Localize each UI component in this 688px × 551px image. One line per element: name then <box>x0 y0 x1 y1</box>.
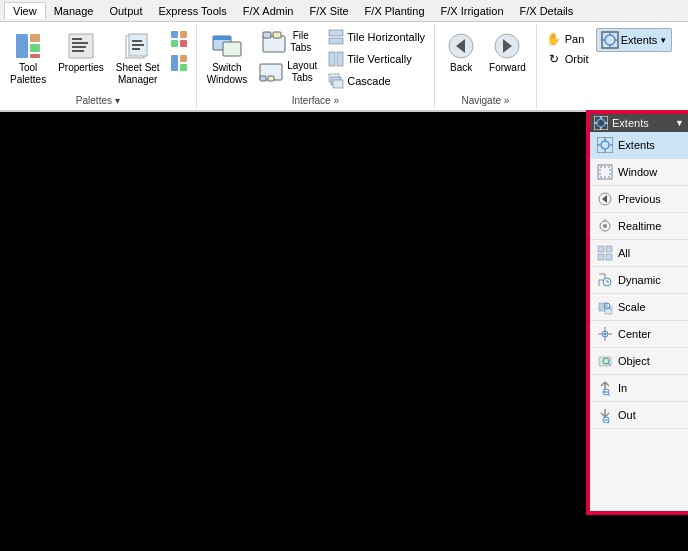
menu-fx-details[interactable]: F/X Details <box>512 3 582 19</box>
ribbon-content: ToolPalettes Properties <box>0 22 688 110</box>
right-panel-item-previous[interactable]: Previous <box>590 186 688 213</box>
window-icon <box>596 163 614 181</box>
menu-fx-admin[interactable]: F/X Admin <box>235 3 302 19</box>
ribbon-group-navigate: Back Forward Navigate » <box>435 24 537 108</box>
properties-label: Properties <box>58 62 104 74</box>
file-tabs-icon <box>262 30 286 54</box>
pan-label: Pan <box>565 33 585 45</box>
properties-icon <box>65 30 97 62</box>
tile-vertically-button[interactable]: Tile Vertically <box>325 50 428 68</box>
tile-horizontally-button[interactable]: Tile Horizontally <box>325 28 428 46</box>
switch-windows-label: SwitchWindows <box>207 62 248 86</box>
right-panel-item-in[interactable]: In <box>590 375 688 402</box>
menu-manage[interactable]: Manage <box>46 3 102 19</box>
extents-dropdown-arrow[interactable]: ▼ <box>659 36 667 45</box>
right-panel-item-object[interactable]: Object <box>590 348 688 375</box>
layout-tabs-icon <box>259 60 283 84</box>
tool-palettes-button[interactable]: ToolPalettes <box>6 28 50 88</box>
ribbon-group-nav-tools: ✋ Pan ↻ Orbit <box>537 24 678 108</box>
orbit-button[interactable]: ↻ Orbit <box>543 50 592 68</box>
right-panel-item-scale[interactable]: Scale <box>590 294 688 321</box>
realtime-icon <box>596 217 614 235</box>
ribbon-group-palettes: ToolPalettes Properties <box>0 24 197 108</box>
navigate-group-label[interactable]: Navigate » <box>441 95 530 106</box>
svg-rect-18 <box>171 55 178 71</box>
forward-button[interactable]: Forward <box>485 28 530 76</box>
svg-marker-62 <box>602 195 607 203</box>
right-panel-item-dynamic[interactable]: Dynamic <box>590 267 688 294</box>
svg-rect-31 <box>329 38 343 44</box>
palettes-group-label[interactable]: Palettes ▾ <box>6 95 190 106</box>
cascade-icon <box>328 73 344 89</box>
cascade-button[interactable]: Cascade <box>325 72 428 90</box>
svg-rect-2 <box>30 44 40 52</box>
svg-rect-30 <box>329 30 343 36</box>
center-icon <box>596 325 614 343</box>
right-panel-header[interactable]: Extents ▼ <box>590 114 688 132</box>
svg-rect-6 <box>72 42 88 44</box>
sheet-set-manager-button[interactable]: Sheet SetManager <box>112 28 164 88</box>
palettes-content: ToolPalettes Properties <box>6 26 190 93</box>
back-label: Back <box>450 62 472 74</box>
forward-label: Forward <box>489 62 526 74</box>
svg-rect-25 <box>263 32 271 38</box>
svg-rect-15 <box>180 31 187 38</box>
right-panel-header-icon <box>594 116 608 130</box>
svg-rect-26 <box>273 32 281 38</box>
svg-rect-23 <box>213 36 231 40</box>
menu-fx-planting[interactable]: F/X Planting <box>357 3 433 19</box>
menu-express-tools[interactable]: Express Tools <box>150 3 234 19</box>
pan-button[interactable]: ✋ Pan <box>543 30 588 48</box>
layout-tabs-label: LayoutTabs <box>287 60 317 84</box>
extra-icon-1-button[interactable] <box>168 28 190 50</box>
right-panel-item-extents[interactable]: Extents <box>590 132 688 159</box>
svg-rect-69 <box>606 254 612 260</box>
svg-rect-28 <box>260 76 266 81</box>
tile-vertically-icon <box>328 51 344 67</box>
extents-main-icon <box>601 31 619 49</box>
menu-view[interactable]: View <box>4 2 46 19</box>
right-panel-item-center[interactable]: Center <box>590 321 688 348</box>
svg-point-64 <box>603 224 607 228</box>
right-panel: Extents ▼ Extents <box>588 112 688 513</box>
svg-rect-60 <box>600 167 610 177</box>
scale-item-label: Scale <box>618 301 646 313</box>
file-tabs-button[interactable]: FileTabs <box>258 28 318 56</box>
right-panel-item-realtime[interactable]: Realtime <box>590 213 688 240</box>
interface-group-label[interactable]: Interface » <box>203 95 428 106</box>
properties-button[interactable]: Properties <box>54 28 108 76</box>
right-panel-header-label: Extents <box>612 117 649 129</box>
right-panel-item-out[interactable]: Out <box>590 402 688 429</box>
ribbon-group-interface: SwitchWindows FileTabs <box>197 24 435 108</box>
svg-rect-3 <box>30 54 40 58</box>
dynamic-icon <box>596 271 614 289</box>
right-panel-item-window[interactable]: Window <box>590 159 688 186</box>
right-panel-item-all[interactable]: All <box>590 240 688 267</box>
all-icon <box>596 244 614 262</box>
interface-content: SwitchWindows FileTabs <box>203 26 428 93</box>
svg-rect-67 <box>606 246 612 252</box>
extra-icon-2-button[interactable] <box>168 52 190 74</box>
menu-fx-site[interactable]: F/X Site <box>301 3 356 19</box>
canvas-area[interactable] <box>0 112 588 513</box>
in-item-label: In <box>618 382 627 394</box>
svg-rect-36 <box>333 80 343 88</box>
forward-icon <box>491 30 523 62</box>
svg-rect-32 <box>329 52 335 66</box>
svg-line-88 <box>608 394 610 396</box>
all-item-label: All <box>618 247 630 259</box>
switch-windows-button[interactable]: SwitchWindows <box>203 28 252 88</box>
extents-main-button[interactable]: Extents ▼ <box>596 28 673 52</box>
nav-tools-content: ✋ Pan ↻ Orbit <box>543 26 672 106</box>
back-button[interactable]: Back <box>441 28 481 76</box>
switch-windows-icon <box>211 30 243 62</box>
previous-item-label: Previous <box>618 193 661 205</box>
layout-tabs-button[interactable]: LayoutTabs <box>255 58 321 86</box>
menu-fx-irrigation[interactable]: F/X Irrigation <box>433 3 512 19</box>
svg-rect-12 <box>132 44 144 46</box>
svg-rect-0 <box>16 34 28 58</box>
out-icon <box>596 406 614 424</box>
menu-output[interactable]: Output <box>101 3 150 19</box>
right-panel-dropdown-icon[interactable]: ▼ <box>675 118 684 128</box>
svg-rect-7 <box>72 46 86 48</box>
